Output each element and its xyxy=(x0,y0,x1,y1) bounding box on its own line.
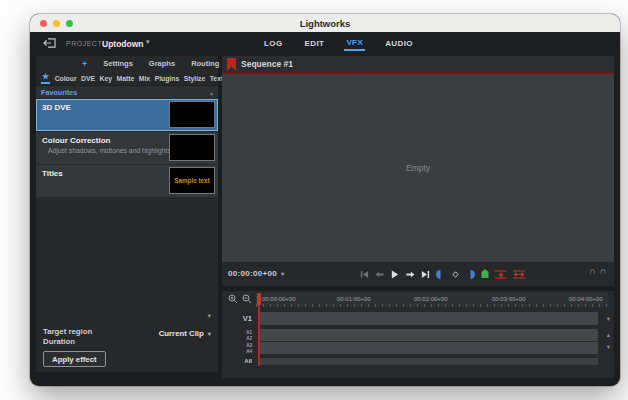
add-cue-button[interactable] xyxy=(451,270,460,279)
replace-edit-button[interactable] xyxy=(495,270,507,279)
play-button[interactable] xyxy=(391,270,399,279)
track-collapse-icon[interactable]: ▾ xyxy=(607,315,610,323)
effects-panel: + Settings Graphs Routing ★ Colour DVE K… xyxy=(36,56,218,372)
category-tab-bar: ★ Colour DVE Key Matte Mix Plugins Styli… xyxy=(36,71,218,86)
tab-settings[interactable]: Settings xyxy=(103,59,133,68)
zoom-out-icon[interactable] xyxy=(242,294,252,304)
tab-vfx[interactable]: VFX xyxy=(344,35,365,51)
skip-to-end-button[interactable] xyxy=(421,270,430,279)
track-a1-a2-bar[interactable] xyxy=(258,329,598,341)
tab-plugins[interactable]: Plugins xyxy=(155,75,180,82)
apply-effect-button[interactable]: Apply effect xyxy=(43,351,106,367)
viewer-empty-label: Empty xyxy=(406,163,430,173)
transport-controls xyxy=(360,262,525,286)
chevron-down-icon: ▾ xyxy=(208,330,211,337)
effect-item-titles[interactable]: Titles Sample text xyxy=(36,165,218,197)
viewer-area[interactable]: Empty xyxy=(222,72,614,262)
project-name-dropdown[interactable]: Uptodown xyxy=(102,39,144,49)
titlebar: Lightworks xyxy=(30,14,620,32)
step-back-button[interactable] xyxy=(375,270,385,279)
tab-dve[interactable]: DVE xyxy=(81,75,95,82)
step-forward-button[interactable] xyxy=(405,270,415,279)
ruler-label: 00:02:00+00 xyxy=(414,296,448,302)
ruler-label: 00:01:00+00 xyxy=(337,296,371,302)
ruler-label: 00:00:00+00 xyxy=(262,296,296,302)
next-cue-button[interactable] xyxy=(466,270,475,279)
timeline-panel: 00:00:00+00 00:01:00+00 00:02:00+00 00:0… xyxy=(222,291,614,378)
track-scroll-down-icon[interactable]: ▾ xyxy=(607,343,610,351)
track-v1-bar[interactable] xyxy=(258,312,598,325)
sequence-bookmark-icon xyxy=(227,58,236,71)
ruler-label: 00:04:00+00 xyxy=(569,296,603,302)
tab-graphs[interactable]: Graphs xyxy=(149,59,175,68)
chevron-down-icon: ▾ xyxy=(281,270,284,278)
chevron-down-icon: ▾ xyxy=(146,38,150,46)
sequence-header: Sequence #1 xyxy=(222,56,614,72)
headphone-right-icon[interactable]: ∩ xyxy=(600,266,607,276)
track-label-v1: V1 xyxy=(228,314,252,323)
timecode-display: 00:00:00+00 xyxy=(228,269,277,278)
effects-list: 3D DVE Colour Correction Adjust shadows,… xyxy=(36,99,218,198)
track-label-a1: A1 xyxy=(228,330,252,335)
previous-cue-button[interactable] xyxy=(436,270,445,279)
effect-title: Colour Correction xyxy=(42,136,110,145)
effect-thumbnail xyxy=(169,134,215,161)
desktop-background: Lightworks PROJECT Uptodown ▾ LOG EDIT V… xyxy=(0,0,628,400)
tab-audio[interactable]: AUDIO xyxy=(383,36,415,50)
track-label-all: All xyxy=(228,358,252,364)
timeline-zoom-controls xyxy=(228,294,252,304)
sequence-panel: Sequence #1 Empty 00:00:00+00 ▾ xyxy=(222,56,614,378)
track-label-a3: A3 xyxy=(228,343,252,348)
playhead-handle[interactable] xyxy=(257,293,261,305)
effect-title: 3D DVE xyxy=(42,103,71,112)
ruler-label: 00:03:00+00 xyxy=(492,296,526,302)
main-tab-bar: LOG EDIT VFX AUDIO xyxy=(262,32,415,54)
effect-item-3d-dve[interactable]: 3D DVE xyxy=(36,99,218,131)
panel-tab-bar: + Settings Graphs Routing xyxy=(36,56,218,71)
lightworks-window: Lightworks PROJECT Uptodown ▾ LOG EDIT V… xyxy=(30,14,620,386)
skip-to-start-button[interactable] xyxy=(360,270,369,279)
headphone-left-icon[interactable]: ∩ xyxy=(589,266,596,276)
effect-item-colour-correction[interactable]: Colour Correction Adjust shadows, midton… xyxy=(36,132,218,164)
track-scroll-up-icon[interactable]: ▴ xyxy=(607,331,610,339)
app-header: PROJECT Uptodown ▾ LOG EDIT VFX AUDIO xyxy=(30,32,620,54)
effect-thumbnail: Sample text xyxy=(169,167,215,194)
audio-monitor-toggles: ∩ ∩ xyxy=(589,266,606,276)
window-title: Lightworks xyxy=(30,18,620,29)
timeline-ruler[interactable]: 00:00:00+00 00:01:00+00 00:02:00+00 00:0… xyxy=(256,293,608,307)
transport-bar: 00:00:00+00 ▾ xyxy=(222,262,614,286)
effect-title: Titles xyxy=(42,169,63,178)
favourites-star-icon[interactable]: ★ xyxy=(41,72,50,84)
insert-edit-button[interactable] xyxy=(513,270,525,279)
exit-project-button[interactable] xyxy=(42,38,56,48)
favourites-section-title: Favourites xyxy=(41,88,77,97)
tab-edit[interactable]: EDIT xyxy=(303,36,327,50)
effect-thumbnail xyxy=(169,101,215,128)
favourites-section-header[interactable]: Favourites ▴ xyxy=(36,86,218,98)
track-label-a2: A2 xyxy=(228,336,252,341)
tab-colour[interactable]: Colour xyxy=(55,75,77,82)
zoom-in-icon[interactable] xyxy=(228,294,238,304)
tab-log[interactable]: LOG xyxy=(262,36,285,50)
effect-subtitle: Adjust shadows, midtones and highlights xyxy=(48,147,171,154)
project-label: PROJECT xyxy=(66,40,102,47)
thumbnail-sample-text: Sample text xyxy=(174,177,209,184)
timecode-dropdown[interactable]: 00:00:00+00 ▾ xyxy=(228,269,284,278)
target-region-label: Target region xyxy=(43,327,92,336)
duration-label: Duration xyxy=(43,337,75,346)
add-effect-tab[interactable]: + xyxy=(82,59,87,69)
panel-expand-icon[interactable]: ▾ xyxy=(207,312,211,320)
track-all-bar[interactable] xyxy=(258,358,598,365)
duration-row: Duration xyxy=(43,337,211,346)
track-label-a4: A4 xyxy=(228,349,252,354)
track-a3-a4-bar[interactable] xyxy=(258,342,598,354)
tab-stylize[interactable]: Stylize xyxy=(184,75,206,82)
tab-mix[interactable]: Mix xyxy=(139,75,150,82)
tab-key[interactable]: Key xyxy=(100,75,112,82)
sync-lock-button[interactable] xyxy=(481,269,489,279)
tab-routing[interactable]: Routing xyxy=(191,59,219,68)
tab-matte[interactable]: Matte xyxy=(117,75,135,82)
collapse-section-icon[interactable]: ▴ xyxy=(210,89,213,96)
sequence-title: Sequence #1 xyxy=(241,59,293,69)
